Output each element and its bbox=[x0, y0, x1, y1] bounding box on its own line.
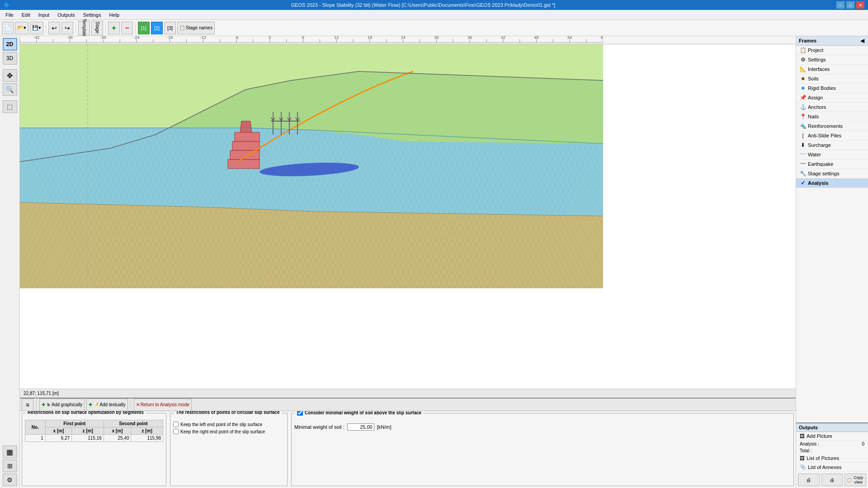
move-tool-button[interactable]: ✥ bbox=[3, 69, 17, 82]
min-weight-label: Minimal weight of soil : bbox=[294, 424, 344, 430]
analysis-value: 0 bbox=[862, 441, 864, 446]
list-view-btn[interactable]: ≡ bbox=[22, 399, 33, 411]
separator-4 bbox=[135, 23, 136, 33]
stage1-button[interactable]: [1] bbox=[138, 22, 150, 34]
total-count-row: Total : bbox=[796, 447, 868, 454]
weight-section: Consider minimal weight of soil above th… bbox=[291, 413, 794, 486]
sep2 bbox=[131, 399, 131, 410]
sidebar-item-water[interactable]: 〰 Water bbox=[796, 150, 868, 160]
keep-left-label: Keep the left end point of the slip surf… bbox=[180, 422, 262, 427]
sidebar-item-nails[interactable]: 📍 Nails bbox=[796, 112, 868, 122]
menu-settings[interactable]: Settings bbox=[80, 11, 105, 19]
sidebar-item-stage-settings[interactable]: 🔧 Stage settings bbox=[796, 169, 868, 178]
cell-x2: 25,40 bbox=[104, 435, 131, 442]
right-sidebar: Frames ◀ 📋 Project ⚙ Settings 📐 Interfac… bbox=[796, 36, 868, 488]
menu-file[interactable]: File bbox=[2, 11, 17, 19]
keep-left-checkbox[interactable] bbox=[173, 422, 179, 427]
sidebar-label-nails: Nails bbox=[808, 114, 819, 119]
col-second-point: Second point bbox=[104, 420, 163, 427]
col-x2: x [m] bbox=[104, 427, 131, 435]
list-pictures-button[interactable]: 🖼 List of Pictures bbox=[796, 454, 868, 463]
sidebar-label-anchors: Anchors bbox=[808, 104, 826, 110]
anti-slide-piles-icon: | bbox=[800, 132, 806, 139]
weight-input-row: Minimal weight of soil : [kN/m] bbox=[294, 423, 791, 431]
sidebar-item-rigid-bodies[interactable]: ■ Rigid Bodies bbox=[796, 84, 868, 93]
print-button-1[interactable]: 🖨 bbox=[798, 474, 820, 486]
select-tool-button[interactable]: ⬚ bbox=[3, 100, 17, 113]
earthquake-icon: 〰 bbox=[800, 161, 806, 167]
new-button[interactable]: 📄 bbox=[2, 22, 14, 34]
stage3-button[interactable]: [3] bbox=[164, 22, 176, 34]
copy-view-button[interactable]: 📋 Copy view bbox=[844, 474, 866, 486]
soils-icon: ■ bbox=[800, 75, 806, 82]
col-first-point: First point bbox=[45, 420, 104, 427]
stage-button[interactable]: Stage bbox=[91, 21, 103, 35]
bottom-toolbar: ≡ ✚🖱 Add graphically ✚📝 Add textually ✕ … bbox=[20, 399, 796, 411]
return-analysis-button[interactable]: ✕ Return to Analysis mode bbox=[134, 399, 192, 411]
sidebar-item-reinforcements[interactable]: 🔩 Reinforcements bbox=[796, 122, 868, 131]
add-picture-button[interactable]: 🖼 Add Picture bbox=[796, 432, 868, 441]
separator-2 bbox=[75, 23, 76, 33]
sidebar-item-settings[interactable]: ⚙ Settings bbox=[796, 55, 868, 65]
view-2d-button[interactable]: 2D bbox=[3, 38, 17, 51]
circular-title: The restrictions of points of circular s… bbox=[174, 411, 282, 415]
stage-names-button[interactable]: 📋 Stage names bbox=[177, 22, 215, 34]
menu-outputs[interactable]: Outputs bbox=[54, 11, 79, 19]
menu-edit[interactable]: Edit bbox=[18, 11, 34, 19]
template-button[interactable]: Template bbox=[78, 21, 90, 35]
save-button[interactable]: 💾▾ bbox=[30, 22, 43, 34]
weight-checkbox[interactable] bbox=[297, 411, 303, 416]
sidebar-label-stage-settings: Stage settings bbox=[808, 171, 840, 176]
open-button[interactable]: 📂▾ bbox=[15, 22, 28, 34]
table-row[interactable]: 1 6,27 115,16 25,40 115,98 bbox=[25, 435, 163, 442]
list-annexes-label: List of Annexes bbox=[808, 465, 842, 470]
sidebar-label-rigid-bodies: Rigid Bodies bbox=[808, 85, 836, 91]
menu-help[interactable]: Help bbox=[105, 11, 123, 19]
zoom-in-button[interactable]: + bbox=[108, 22, 120, 34]
sidebar-item-assign[interactable]: 📌 Assign bbox=[796, 93, 868, 103]
sidebar-label-anti-slide-piles: Anti-Slide Piles bbox=[808, 133, 841, 138]
close-button[interactable]: ✕ bbox=[856, 1, 864, 9]
list-annexes-button[interactable]: 📎 List of Annexes bbox=[796, 463, 868, 472]
zoom-tool-button[interactable]: 🔍 bbox=[3, 83, 17, 96]
sidebar-item-interfaces[interactable]: 📐 Interfaces bbox=[796, 65, 868, 74]
add-textually-button[interactable]: ✚📝 Add textually bbox=[86, 399, 127, 411]
sidebar-item-earthquake[interactable]: 〰 Earthquake bbox=[796, 160, 868, 169]
sidebar-item-anti-slide-piles[interactable]: | Anti-Slide Piles bbox=[796, 131, 868, 141]
keep-right-row: Keep the right end point of the slip sur… bbox=[173, 429, 284, 434]
copy-view-label: Copy view bbox=[853, 475, 864, 484]
sidebar-item-project[interactable]: 📋 Project bbox=[796, 46, 868, 55]
maximize-button[interactable]: □ bbox=[846, 1, 854, 9]
layers-button[interactable]: ⊞ bbox=[3, 460, 17, 472]
sidebar-collapse-button[interactable]: ◀ bbox=[859, 38, 865, 44]
canvas-area[interactable]: 22,87; 115,71 [m] bbox=[20, 36, 796, 398]
sep bbox=[36, 399, 37, 410]
undo-button[interactable]: ↩ bbox=[48, 22, 60, 34]
sidebar-item-analysis[interactable]: ✓ Analysis bbox=[796, 178, 868, 188]
main-canvas[interactable] bbox=[20, 44, 603, 288]
add-graphically-button[interactable]: ✚🖱 Add graphically bbox=[39, 399, 85, 411]
keep-right-checkbox[interactable] bbox=[173, 429, 179, 434]
view-3d-button[interactable]: 3D bbox=[3, 52, 17, 65]
sidebar-item-anchors[interactable]: ⚓ Anchors bbox=[796, 103, 868, 112]
project-icon: 📋 bbox=[800, 47, 806, 53]
viewport[interactable] bbox=[20, 44, 796, 389]
settings-tool-button[interactable]: ⚙ bbox=[3, 474, 17, 486]
menu-bar: File Edit Input Outputs Settings Help bbox=[0, 10, 868, 20]
sidebar-item-soils[interactable]: ■ Soils bbox=[796, 74, 868, 84]
sidebar-label-assign: Assign bbox=[808, 95, 823, 100]
circular-options: Keep the left end point of the slip surf… bbox=[173, 422, 284, 434]
zoom-out-button[interactable]: − bbox=[121, 22, 133, 34]
min-weight-input[interactable] bbox=[347, 423, 374, 431]
ruler-canvas bbox=[20, 36, 603, 43]
stage2-button[interactable]: [2] bbox=[151, 22, 163, 34]
sidebar-label-water: Water bbox=[808, 152, 821, 157]
surcharge-icon: ⬇ bbox=[800, 142, 806, 148]
redo-button[interactable]: ↪ bbox=[61, 22, 73, 34]
sidebar-item-surcharge[interactable]: ⬇ Surcharge bbox=[796, 141, 868, 150]
menu-input[interactable]: Input bbox=[35, 11, 53, 19]
minimize-button[interactable]: ─ bbox=[836, 1, 844, 9]
table-view-button[interactable]: ▦ bbox=[3, 446, 17, 458]
print-button-2[interactable]: 🖨 bbox=[821, 474, 843, 486]
separator-3 bbox=[105, 23, 106, 33]
